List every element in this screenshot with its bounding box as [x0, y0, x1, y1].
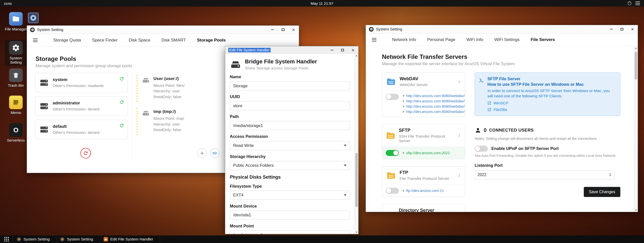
mounted-fsh-row[interactable]: User (user:/) Mount Point: files/ Hierar…	[137, 75, 212, 102]
webdav-toggle[interactable]	[386, 94, 399, 100]
refresh-pools-button[interactable]	[80, 148, 91, 158]
scrollbar[interactable]	[355, 54, 358, 234]
tab-wifi-info[interactable]: WiFi Info	[466, 37, 483, 42]
desktop-icon-trash-bin[interactable]: Trash Bin	[5, 68, 27, 88]
sftp-toggle[interactable]	[386, 150, 399, 156]
client-link-filezilla[interactable]: FileZilla	[487, 107, 616, 112]
desktop-icon-memo[interactable]: Memo	[5, 96, 27, 115]
scrollbar-thumb[interactable]	[355, 153, 358, 207]
app-launcher-button[interactable]	[0, 235, 13, 243]
desktop-icon-file-manager[interactable]: File Manager	[5, 12, 27, 31]
server-desc: File Transfer Protocol Server	[400, 176, 449, 181]
tab-disk-space[interactable]: Disk Space	[129, 38, 150, 43]
add-fsh-button[interactable]: +	[197, 148, 207, 158]
taskbar-item-system-setting-1[interactable]: System Setting	[13, 235, 56, 243]
page-title: Storage Pools	[36, 55, 76, 62]
tab-network-info[interactable]: Network Info	[392, 37, 416, 42]
desktop-icon-system-setting[interactable]: System Setting	[5, 40, 27, 66]
sftp-controls: sftp://dev.arozos.com:2022	[382, 147, 465, 159]
mount-device-input[interactable]	[230, 211, 350, 220]
client-link-winscp[interactable]: WinSCP	[487, 101, 616, 105]
mount-point-input[interactable]	[230, 230, 350, 234]
chevron-right-icon[interactable]	[457, 173, 461, 178]
bullet-icon	[403, 105, 404, 108]
desktop-icon-serverless[interactable]: O Serverless	[5, 123, 27, 142]
name-input[interactable]	[230, 81, 350, 90]
tab-file-servers[interactable]: File Servers	[531, 37, 555, 42]
ftp-link[interactable]: ftp://dev.arozos.com:21	[406, 189, 444, 193]
scroll-up-arrow[interactable]	[355, 54, 358, 57]
tab-personal-page[interactable]: Personal Page	[427, 37, 455, 42]
webdav-link[interactable]: http://dev.arozos.com:8080/webdav/ls1	[406, 110, 465, 114]
webdav-link[interactable]: http://dev.arozos.com:8080/webdav/user	[406, 94, 465, 98]
filesystem-type-select[interactable]: EXT4	[230, 191, 350, 200]
taskbar-item-system-setting-2[interactable]: System Setting	[56, 235, 100, 243]
sync-icon[interactable]	[119, 76, 124, 81]
directory-server-card-header[interactable]: Directory Server Web file viewer for leg…	[382, 204, 465, 212]
taskbar-item-edit-fsh[interactable]: Edit File System Handler	[100, 235, 160, 243]
access-permission-select[interactable]: Read Write	[230, 141, 350, 150]
chevron-right-icon[interactable]	[457, 79, 461, 84]
close-button[interactable]: ×	[627, 25, 638, 33]
sync-icon[interactable]	[119, 100, 124, 105]
sftp-card-header[interactable]: SFTP SSH File Transfer Protocol Server	[382, 124, 465, 147]
file-manager-icon	[9, 12, 23, 26]
path-label: Path	[230, 114, 350, 119]
scrollbar[interactable]	[634, 46, 638, 212]
scroll-down-arrow[interactable]	[355, 230, 358, 234]
listening-port-input[interactable]	[477, 173, 609, 177]
server-desc: SSH File Transfer Protocol Server	[399, 134, 454, 143]
uuid-input[interactable]	[230, 101, 350, 110]
hamburger-menu-icon[interactable]	[33, 40, 38, 40]
sync-icon[interactable]	[119, 123, 124, 128]
tab-storage-pools[interactable]: Storage Pools	[197, 38, 226, 43]
save-changes-button[interactable]: Save Changes	[584, 187, 620, 197]
ftp-folder-icon	[386, 171, 396, 180]
scroll-up-arrow[interactable]	[634, 46, 638, 50]
ftp-card-header[interactable]: FTP File Transfer Protocol Server	[382, 167, 465, 184]
link-fsh-button[interactable]	[210, 148, 219, 158]
scroll-down-arrow[interactable]	[634, 208, 638, 212]
sftp-link[interactable]: sftp://dev.arozos.com:2022	[406, 151, 450, 155]
webdav-link[interactable]: http://dev.arozos.com:8080/webdav/store	[406, 104, 465, 108]
number-spinner[interactable]	[609, 173, 612, 176]
upnp-toggle[interactable]	[475, 146, 488, 152]
storage-hierarchy-select[interactable]: Public Access Folders	[230, 161, 350, 170]
maximize-button[interactable]	[617, 25, 627, 33]
desktop-icon-label: Trash Bin	[5, 83, 27, 88]
tab-wifi-settings[interactable]: WiFi Settings	[494, 37, 520, 42]
status-ring-icon[interactable]	[628, 2, 631, 5]
mount-readonly: ReadOnly: false	[153, 94, 184, 100]
chevron-right-icon[interactable]	[457, 133, 461, 138]
drive-icon	[104, 237, 108, 241]
scrollbar-thumb[interactable]	[635, 52, 637, 79]
window-titlebar[interactable]: Edit File System Handler ×	[225, 46, 358, 54]
path-input[interactable]	[230, 121, 350, 130]
storage-pool-row[interactable]: default Other's Permission: denied	[35, 120, 127, 139]
maximize-button[interactable]	[278, 26, 288, 34]
maximize-button[interactable]	[337, 46, 348, 54]
menu-icon[interactable]	[635, 3, 640, 4]
tab-space-finder[interactable]: Space Finder	[92, 38, 118, 43]
ftp-toggle[interactable]	[386, 188, 399, 194]
minimize-button[interactable]	[327, 46, 337, 54]
close-button[interactable]: ×	[348, 46, 358, 54]
tab-disk-smart[interactable]: Disk SMART	[162, 38, 186, 43]
storage-pool-row[interactable]: system Other's Permission: readwrite	[35, 73, 127, 92]
minimize-button[interactable]	[267, 26, 278, 34]
selected-app-icon[interactable]	[28, 13, 39, 23]
mounted-fsh-row[interactable]: tmp (tmp:/) Mount Point: tmp/ Hierarchy:…	[137, 108, 212, 135]
minimize-button[interactable]	[606, 25, 617, 33]
tab-storage-quota[interactable]: Storage Quota	[53, 38, 81, 43]
storage-pool-row[interactable]: administrator Other's Permission: denied	[35, 96, 127, 116]
window-titlebar[interactable]: System Setting ×	[366, 25, 638, 33]
bullet-icon	[403, 110, 404, 113]
chain-link-icon	[212, 151, 217, 156]
close-button[interactable]: ×	[288, 26, 299, 34]
clock[interactable]: May 11 21:57	[311, 1, 333, 6]
hamburger-menu-icon[interactable]	[372, 39, 376, 40]
webdav-card-header[interactable]: WebDAV WebDAV Server	[382, 73, 465, 91]
upnp-label: Enable UPnP on SFTP Server Port	[491, 146, 559, 151]
webdav-link[interactable]: http://dev.arozos.com:8080/webdav/tmp	[406, 99, 465, 103]
window-titlebar[interactable]: System Setting ×	[27, 26, 299, 34]
